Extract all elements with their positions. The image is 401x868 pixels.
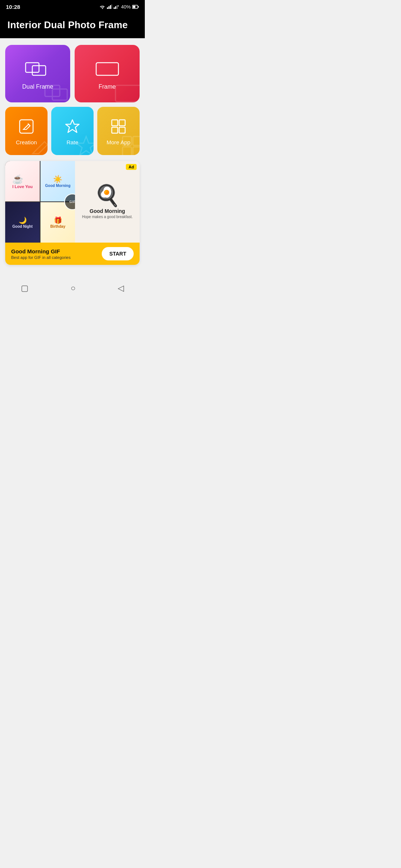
wifi-icon (100, 4, 105, 9)
svg-text:x: x (118, 4, 119, 7)
svg-rect-26 (123, 147, 131, 155)
ad-main-subtitle: Hope makes a good breakfast. (82, 215, 133, 219)
svg-rect-25 (133, 137, 140, 145)
signal-x-icon: x (114, 4, 119, 9)
frame-bg-icon (114, 82, 140, 102)
nav-home-button[interactable]: ○ (71, 283, 75, 293)
page-title: Interior Dual Photo Frame (7, 19, 137, 31)
battery-text: 40% (121, 4, 131, 10)
ad-pan-image: 🍳 (94, 185, 120, 206)
nav-back-icon: ◁ (118, 283, 124, 293)
svg-rect-15 (96, 63, 118, 75)
ad-badge: Ad (126, 164, 137, 170)
rate-bg-icon (75, 135, 94, 155)
nav-back-button[interactable]: ◁ (118, 283, 124, 293)
nav-circle-icon: ○ (71, 283, 75, 293)
svg-marker-19 (76, 137, 94, 155)
ad-banner[interactable]: ☕ I Love You ☀️ Good Morning 🌙 Good Nigh… (5, 161, 140, 265)
svg-rect-2 (110, 5, 111, 9)
ad-morning-text: Good Morning (45, 184, 71, 188)
svg-marker-18 (66, 120, 79, 132)
svg-rect-1 (108, 6, 110, 9)
ad-image-area: ☕ I Love You ☀️ Good Morning 🌙 Good Nigh… (5, 161, 140, 243)
ad-love-text: I Love You (12, 184, 33, 189)
svg-rect-3 (111, 4, 112, 9)
frame-label: Frame (98, 83, 115, 90)
creation-icon (18, 118, 35, 136)
ad-start-button[interactable]: START (102, 247, 134, 260)
svg-rect-5 (115, 6, 116, 9)
more-app-bg-icon (121, 135, 140, 155)
ad-bottom-subtitle: Best app for GIF in all categories (11, 255, 102, 260)
ad-bottom-text: Good Morning GIF Best app for GIF in all… (11, 248, 102, 260)
battery-icon (132, 5, 139, 9)
main-content: Dual Frame Frame (0, 38, 145, 272)
svg-rect-20 (112, 120, 118, 126)
frame-button[interactable]: Frame (75, 45, 140, 102)
ad-bottom-title: Good Morning GIF (11, 248, 102, 254)
svg-rect-16 (115, 85, 140, 102)
dual-frame-bg-icon (44, 82, 70, 102)
status-time: 10:28 (6, 4, 20, 10)
creation-bg-icon (29, 135, 48, 155)
svg-rect-4 (114, 7, 115, 9)
more-app-icon (110, 118, 127, 136)
ad-birthday-text: Birthday (50, 224, 65, 228)
navigation-bar: ▢ ○ ◁ (0, 279, 145, 299)
dual-frame-icon (25, 60, 51, 80)
nav-square-icon: ▢ (21, 283, 29, 293)
frame-icon (94, 60, 120, 80)
rate-button[interactable]: Rate (51, 107, 94, 155)
svg-rect-10 (133, 6, 136, 8)
status-bar: 10:28 x 40% (0, 0, 145, 13)
svg-rect-27 (133, 147, 140, 155)
status-icons: x 40% (100, 4, 139, 10)
svg-rect-22 (112, 127, 118, 133)
top-button-row: Dual Frame Frame (5, 45, 140, 102)
nav-square-button[interactable]: ▢ (21, 283, 29, 293)
signal-icon (107, 4, 112, 9)
rate-icon (64, 118, 81, 136)
svg-rect-23 (119, 127, 125, 133)
app-header: Interior Dual Photo Frame (0, 13, 145, 38)
ad-bottom-bar: Good Morning GIF Best app for GIF in all… (5, 243, 140, 265)
bottom-button-row: Creation Rate (5, 107, 140, 155)
ad-collage-love: ☕ I Love You (5, 161, 40, 201)
more-app-button[interactable]: More App (97, 107, 140, 155)
svg-rect-0 (107, 7, 108, 9)
ad-night-text: Good Night (12, 224, 32, 228)
creation-button[interactable]: Creation (5, 107, 48, 155)
dual-frame-button[interactable]: Dual Frame (5, 45, 70, 102)
svg-rect-21 (119, 120, 125, 126)
ad-main-title: Good Morning (82, 208, 133, 214)
svg-rect-24 (123, 137, 131, 145)
ad-main-text-block: Good Morning Hope makes a good breakfast… (82, 208, 133, 219)
ad-collage-night: 🌙 Good Night (5, 202, 40, 243)
svg-rect-9 (138, 6, 139, 7)
ad-main-image: Ad 🍳 Good Morning Hope makes a good brea… (75, 161, 140, 243)
ad-collage: ☕ I Love You ☀️ Good Morning 🌙 Good Nigh… (5, 161, 75, 243)
